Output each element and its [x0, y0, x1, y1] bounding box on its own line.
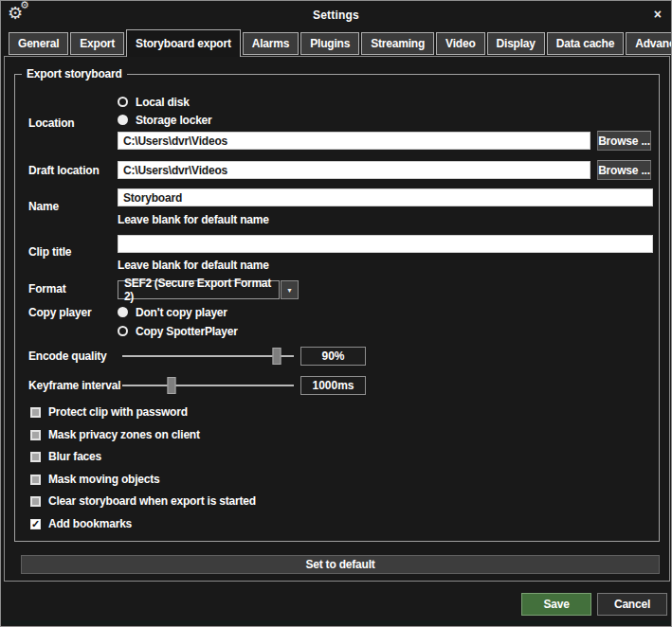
checkbox-mask-moving-objects[interactable]: Mask moving objects	[30, 473, 160, 486]
checkbox-add-bookmarks[interactable]: Add bookmarks	[30, 517, 132, 530]
slider-handle[interactable]	[168, 377, 176, 394]
tab-alarms[interactable]: Alarms	[243, 32, 300, 55]
keyframe-interval-label: Keyframe interval	[28, 379, 120, 392]
checkbox-label: Mask moving objects	[48, 473, 160, 486]
radio-label: Storage locker	[136, 114, 212, 127]
checkbox-label: Clear storyboard when export is started	[48, 494, 256, 508]
tab-export[interactable]: Export	[70, 32, 124, 55]
clip-title-input[interactable]	[118, 235, 653, 253]
checkbox-label: Mask privacy zones on client	[48, 428, 200, 441]
radio-button[interactable]	[118, 97, 128, 107]
keyframe-interval-value: 1000ms	[300, 376, 366, 395]
radio-storage-locker[interactable]: Storage locker	[118, 113, 212, 127]
tab-content-panel: Export storyboard Local disk Storage loc…	[4, 56, 670, 582]
format-dropdown[interactable]: SEF2 (Secure Export Format 2) ▼	[118, 280, 299, 299]
bottom-strip	[2, 620, 670, 625]
clip-title-label: Clip title	[28, 245, 71, 259]
location-path-input[interactable]	[118, 132, 590, 150]
checkbox-label: Blur faces	[48, 450, 101, 463]
name-label: Name	[28, 200, 59, 213]
close-icon[interactable]: ×	[654, 7, 662, 22]
encode-quality-slider[interactable]	[122, 347, 294, 366]
title-bar: ⚙ ⚙ Settings ×	[1, 1, 671, 29]
radio-button[interactable]	[118, 326, 128, 336]
radio-copy-spotterplayer[interactable]: Copy SpotterPlayer	[118, 324, 238, 338]
tab-plugins[interactable]: Plugins	[300, 32, 359, 55]
encode-quality-value: 90%	[300, 347, 366, 366]
checkbox[interactable]	[30, 430, 41, 440]
checkbox-mask-privacy-zones[interactable]: Mask privacy zones on client	[30, 428, 200, 441]
save-button[interactable]: Save	[521, 593, 591, 616]
tab-general[interactable]: General	[9, 32, 68, 55]
window-title: Settings	[1, 9, 671, 22]
copy-player-label: Copy player	[28, 306, 92, 319]
radio-label: Local disk	[136, 96, 190, 109]
tab-advanced[interactable]: Advanced	[626, 32, 672, 55]
checkbox-label: Add bookmarks	[48, 517, 132, 530]
location-label: Location	[28, 116, 74, 130]
tab-display[interactable]: Display	[487, 32, 545, 55]
checkbox[interactable]	[30, 496, 41, 507]
draft-location-label: Draft location	[28, 164, 100, 177]
checkbox[interactable]	[30, 407, 41, 418]
name-hint: Leave blank for default name	[118, 213, 269, 226]
tab-storyboard-export[interactable]: Storyboard export	[126, 29, 241, 57]
checkbox[interactable]	[30, 519, 41, 529]
set-to-default-button[interactable]: Set to default	[21, 555, 660, 574]
checkbox-label: Protect clip with password	[48, 405, 188, 419]
name-input[interactable]	[118, 188, 653, 206]
slider-handle[interactable]	[272, 348, 281, 365]
slider-track	[122, 385, 294, 386]
draft-location-browse-button[interactable]: Browse ...	[597, 160, 651, 180]
clip-title-hint: Leave blank for default name	[118, 259, 269, 272]
radio-button[interactable]	[118, 307, 128, 317]
encode-quality-label: Encode quality	[28, 349, 107, 363]
checkbox-clear-storyboard[interactable]: Clear storyboard when export is started	[30, 494, 256, 508]
tab-data-cache[interactable]: Data cache	[547, 32, 624, 55]
keyframe-interval-slider[interactable]	[122, 376, 294, 395]
chevron-down-icon[interactable]: ▼	[281, 280, 299, 299]
radio-label: Don't copy player	[136, 306, 227, 319]
tab-streaming[interactable]: Streaming	[361, 32, 434, 55]
checkbox-protect-clip[interactable]: Protect clip with password	[30, 405, 188, 419]
settings-window: ⚙ ⚙ Settings × General Export Storyboard…	[0, 0, 672, 627]
format-label: Format	[28, 282, 65, 296]
checkbox[interactable]	[30, 475, 41, 485]
location-browse-button[interactable]: Browse ...	[597, 131, 651, 151]
radio-dont-copy-player[interactable]: Don't copy player	[118, 305, 227, 319]
draft-location-path-input[interactable]	[118, 161, 590, 179]
tab-bar: General Export Storyboard export Alarms …	[9, 29, 672, 57]
checkbox-blur-faces[interactable]: Blur faces	[30, 450, 101, 463]
radio-label: Copy SpotterPlayer	[136, 325, 238, 338]
format-dropdown-value[interactable]: SEF2 (Secure Export Format 2)	[118, 280, 280, 299]
checkbox[interactable]	[30, 452, 41, 462]
tab-video[interactable]: Video	[436, 32, 484, 55]
radio-button[interactable]	[118, 115, 128, 125]
group-title: Export storyboard	[22, 67, 127, 81]
cancel-button[interactable]: Cancel	[597, 593, 667, 616]
radio-local-disk[interactable]: Local disk	[118, 95, 190, 109]
slider-track	[122, 355, 294, 357]
